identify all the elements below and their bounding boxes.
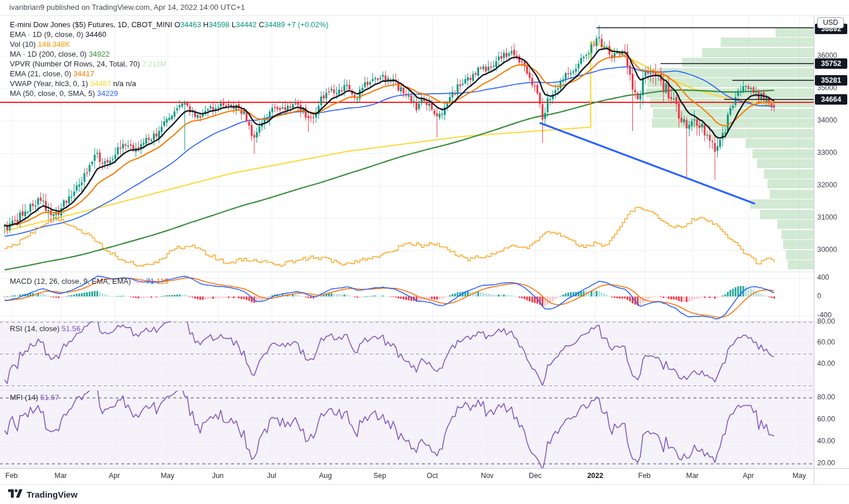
time-axis-label: Mar <box>54 472 66 480</box>
time-axis-label: Feb <box>638 472 650 480</box>
symbol-title-row-text: C <box>257 20 264 29</box>
mfi-tick: 20.00 <box>817 459 835 467</box>
mfi-legend-row-text: MFI (14) <box>10 393 40 402</box>
indicator-row-0[interactable]: EMA · 1D (9, close, 0) 34460 <box>10 29 328 39</box>
time-axis-label: Jul <box>267 472 276 480</box>
symbol-title-row[interactable]: E-mini Dow Jones ($5) Futures, 1D, CBOT_… <box>10 20 328 29</box>
indicator-row-5-text: VWAP (Year, hlc3, 0, 1) <box>10 79 90 88</box>
time-axis-label: Sep <box>373 472 386 480</box>
indicator-row-1-text: Vol (10) <box>10 40 38 49</box>
mfi-legend: MFI (14) 51.67 <box>10 392 59 402</box>
mfi-tick: 40.00 <box>817 437 835 445</box>
publish-info: ivanbrian9 published on TradingView.com,… <box>9 3 245 12</box>
macd-legend-row-text: -44 <box>133 277 146 286</box>
tradingview-icon <box>8 488 23 501</box>
currency-button[interactable]: USD <box>817 17 844 28</box>
mfi-legend-row[interactable]: MFI (14) 51.67 <box>10 392 59 402</box>
indicator-row-2[interactable]: MA · 1D (200, close, 0) 34922 <box>10 49 328 59</box>
indicator-row-5-text: n/a n/a <box>113 79 136 88</box>
macd-legend-row[interactable]: MACD (12, 26, close, 9, EMA, EMA) -44 71… <box>10 276 168 286</box>
rsi-tick: 80.00 <box>817 317 835 325</box>
time-axis-label: 2022 <box>587 472 603 480</box>
brand-wordmark: TradingView <box>27 490 77 499</box>
indicator-row-5[interactable]: VWAP (Year, hlc3, 0, 1) 34487 n/a n/a <box>10 79 328 88</box>
symbol-title-row-text: E-mini Dow Jones ($5) Futures, 1D, CBOT_… <box>10 20 172 29</box>
macd-legend-row-text: 71 <box>146 277 157 286</box>
price-axis[interactable]: 360003500034000330003200031000300004000-… <box>814 0 849 484</box>
rsi-tick: 40.00 <box>817 360 835 368</box>
price-tick: 31000 <box>817 213 837 221</box>
indicator-row-5-text: 34487 <box>90 79 113 88</box>
symbol-title-row-text: H <box>201 20 209 29</box>
indicator-row-0-text: 34460 <box>86 30 106 39</box>
mfi-tick: 60.00 <box>817 415 835 423</box>
rsi-legend-row-text: 51.56 <box>62 324 81 333</box>
macd-legend-row-text: 115 <box>157 277 169 286</box>
indicator-row-6-text: 34229 <box>97 89 118 98</box>
macd-tick: 400 <box>817 273 829 281</box>
price-tick: 30000 <box>817 246 837 254</box>
price-level-label: 34664 <box>815 94 847 105</box>
price-level-label: 35281 <box>815 75 847 86</box>
rsi-legend-row[interactable]: RSI (14, close) 51.56 <box>10 324 80 333</box>
time-axis-label: Oct <box>427 472 438 480</box>
time-axis-label: Feb <box>5 472 17 480</box>
rsi-tick: 60.00 <box>817 338 835 346</box>
time-axis-label: Mar <box>686 472 698 480</box>
indicator-row-3[interactable]: VPVR (Number Of Rows, 24, Total, 70) 7.2… <box>10 59 328 69</box>
indicator-row-6-text: MA (50, close, 0, SMA, 5) <box>10 89 97 98</box>
indicator-row-4-text: 34417 <box>73 69 94 78</box>
indicator-row-4[interactable]: EMA (21, close, 0) 34417 <box>10 69 328 79</box>
indicator-row-6[interactable]: MA (50, close, 0, SMA, 5) 34229 <box>10 88 328 98</box>
symbol-title-row-text: 34598 <box>209 20 229 29</box>
mfi-legend-row-text: 51.67 <box>40 393 60 402</box>
price-level-label: 35752 <box>815 58 847 69</box>
time-axis-label: Apr <box>109 472 120 480</box>
price-tick: 33000 <box>817 149 837 157</box>
time-axis-label: Jun <box>212 472 224 480</box>
time-axis-label: May <box>161 472 174 480</box>
mfi-tick: 80.00 <box>817 393 835 401</box>
macd-legend-row-text: MACD (12, 26, close, 9, EMA, EMA) <box>10 277 133 286</box>
indicator-row-1[interactable]: Vol (10) 148.348K <box>10 39 328 49</box>
time-axis-label: May <box>792 472 806 480</box>
indicator-row-4-text: EMA (21, close, 0) <box>10 69 73 78</box>
indicator-row-3-text: VPVR (Number Of Rows, 24, Total, 70) <box>10 60 142 68</box>
indicator-row-3-text: 7.211M <box>142 60 166 68</box>
indicator-row-2-text: MA · 1D (200, close, 0) <box>10 50 89 58</box>
symbol-title-row-text: 34463 <box>180 20 201 29</box>
indicator-row-2-text: 34922 <box>89 50 110 58</box>
symbol-title-row-text: +7 (+0.02%) <box>285 20 328 29</box>
indicator-row-1-text: 148.348K <box>38 40 70 49</box>
macd-tick: 0 <box>817 292 821 300</box>
footer-logo: TradingView <box>8 488 77 501</box>
macd-legend: MACD (12, 26, close, 9, EMA, EMA) -44 71… <box>10 276 168 286</box>
time-axis[interactable]: FebMarAprMayJunJulAugSepOctNovDec2022Feb… <box>0 468 814 484</box>
time-axis-label: Nov <box>481 472 494 480</box>
symbol-title-row-text: O <box>172 20 180 29</box>
rsi-legend: RSI (14, close) 51.56 <box>10 324 80 333</box>
rsi-legend-row-text: RSI (14, close) <box>10 324 62 333</box>
price-tick: 32000 <box>817 181 837 189</box>
symbol-title-row-text: 34489 <box>264 20 285 29</box>
symbol-title-row-text: 34442 <box>236 20 257 29</box>
indicator-row-0-text: EMA · 1D (9, close, 0) <box>10 30 86 39</box>
symbol-title-row-text: L <box>229 20 236 29</box>
price-tick: 34000 <box>817 116 837 124</box>
tradingview-snapshot: ivanbrian9 published on TradingView.com,… <box>0 0 849 504</box>
main-legend: E-mini Dow Jones ($5) Futures, 1D, CBOT_… <box>10 20 328 98</box>
time-axis-label: Dec <box>529 472 542 480</box>
time-axis-label: Apr <box>743 472 754 480</box>
time-axis-label: Aug <box>319 472 332 480</box>
